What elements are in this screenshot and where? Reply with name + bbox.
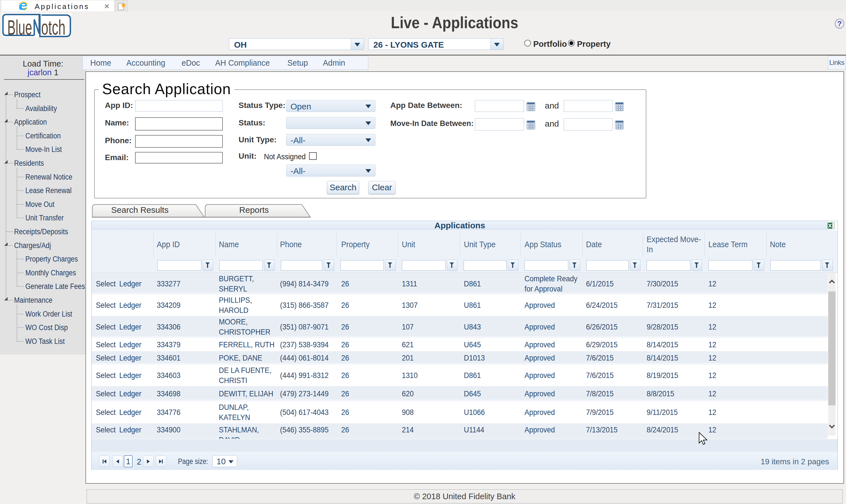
svg-text:otch: otch	[41, 16, 66, 38]
svg-text:Blue: Blue	[7, 16, 32, 38]
